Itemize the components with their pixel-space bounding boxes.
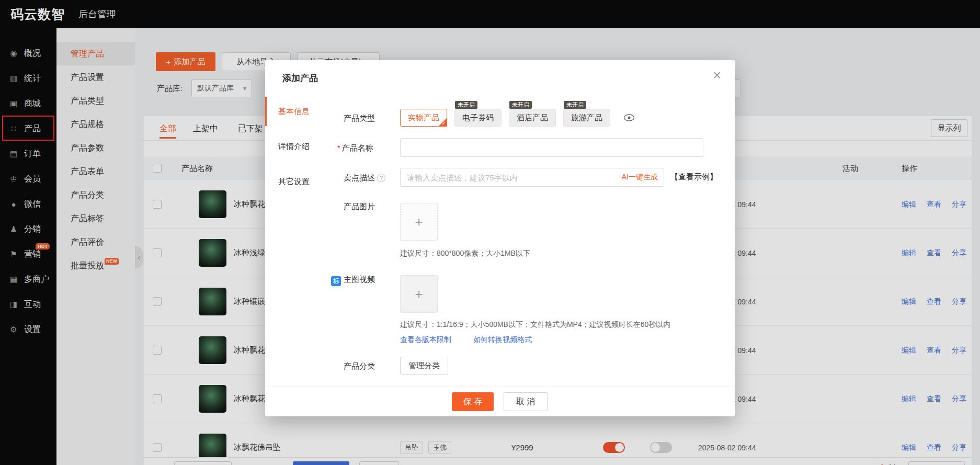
plus-icon: + xyxy=(415,214,423,230)
type-option-travel[interactable]: 未开启 旅游产品 xyxy=(563,109,610,127)
version-limit-link[interactable]: 查看各版本限制 xyxy=(400,335,451,345)
view-example-link[interactable]: 【查看示例】 xyxy=(670,172,717,182)
info-icon: ? xyxy=(377,174,385,182)
not-enabled-badge: 未开启 xyxy=(564,101,586,109)
products-highlight-box xyxy=(2,116,54,141)
app-screen: 码云数智 后台管理 ◉概况 ▥统计 ▣商城 ∷产品 ▤订单 ♔会员 ●微信 ♟分… xyxy=(0,0,980,465)
type-option-evoucher[interactable]: 未开启 电子券码 xyxy=(454,109,502,127)
modal-title: 添加产品 xyxy=(282,72,318,84)
video-label: 标主图视频 xyxy=(331,275,375,286)
ai-generate-button[interactable]: AI一键生成 xyxy=(622,173,658,182)
type-option-physical[interactable]: 实物产品 ✓ xyxy=(400,109,447,127)
selling-label: 卖点描述? xyxy=(344,173,385,183)
modal-tab-basic-info[interactable]: 基本信息 xyxy=(265,97,323,126)
modal-header: 添加产品 × xyxy=(265,60,735,95)
manage-category-button[interactable]: 管理分类 xyxy=(400,357,448,375)
not-enabled-badge: 未开启 xyxy=(509,101,532,109)
image-hint: 建议尺寸：800*800像素；大小1MB以下 xyxy=(400,249,530,258)
convert-video-link[interactable]: 如何转换视频格式 xyxy=(473,335,532,345)
video-tag-badge: 标 xyxy=(331,276,341,286)
image-upload-box[interactable]: + xyxy=(400,203,438,241)
not-enabled-badge: 未开启 xyxy=(455,101,477,109)
divider xyxy=(265,387,735,387)
video-hint: 建议尺寸：1:1/16:9；大小500MB以下；文件格式为MP4；建议视频时长在… xyxy=(400,320,670,330)
type-option-hotel[interactable]: 未开启 酒店产品 xyxy=(509,109,556,127)
check-icon: ✓ xyxy=(442,120,446,126)
type-options: 实物产品 ✓ 未开启 电子券码 未开启 酒店产品 未开启 旅游产品 xyxy=(400,109,635,127)
save-button[interactable]: 保 存 xyxy=(452,392,494,411)
type-label: 产品类型 xyxy=(344,114,375,123)
eye-icon[interactable] xyxy=(623,114,635,122)
category-label: 产品分类 xyxy=(344,361,375,371)
plus-icon: + xyxy=(415,286,423,302)
close-icon[interactable]: × xyxy=(713,69,721,83)
image-label: 产品图片 xyxy=(344,202,375,212)
add-product-modal: 添加产品 × 基本信息 详情介绍 其它设置 产品类型 实物产品 ✓ 未开启 电子… xyxy=(265,60,735,416)
modal-tab-detail[interactable]: 详情介绍 xyxy=(265,132,323,161)
selling-input-wrap: AI一键生成 xyxy=(400,168,664,187)
video-upload-box[interactable]: + xyxy=(400,275,438,313)
product-name-input[interactable] xyxy=(400,138,703,157)
modal-tab-other[interactable]: 其它设置 xyxy=(265,167,323,196)
cancel-button[interactable]: 取 消 xyxy=(504,392,548,411)
required-asterisk: * xyxy=(337,143,340,152)
name-label: *产品名称 xyxy=(337,143,373,153)
